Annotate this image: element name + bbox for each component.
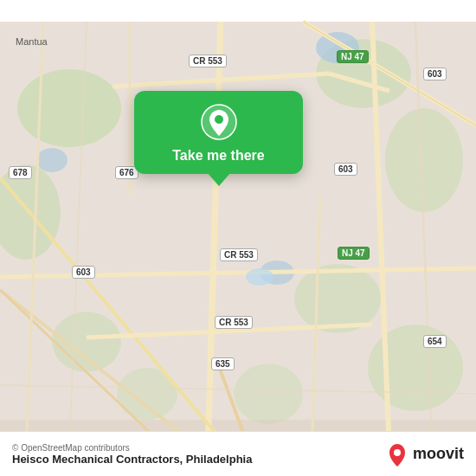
bottom-bar-info: © OpenStreetMap contributors Heisco Mech… <box>12 443 252 466</box>
road-badge-603-top-right: 603 <box>423 68 447 80</box>
road-badge-635-bot: 635 <box>211 357 235 370</box>
moovit-logo: moovit <box>385 442 464 466</box>
svg-point-32 <box>246 268 273 286</box>
svg-point-1 <box>17 69 121 147</box>
road-badge-nj47-top: NJ 47 <box>337 50 369 63</box>
svg-point-4 <box>385 108 463 212</box>
road-badge-nj47-mid: NJ 47 <box>338 247 370 260</box>
road-badge-678-left: 678 <box>9 166 32 179</box>
location-name: Heisco Mechanical Contractors, Philadelp… <box>12 453 252 466</box>
moovit-icon <box>385 442 409 466</box>
svg-point-34 <box>215 115 223 124</box>
road-badge-cr553-bot: CR 553 <box>215 316 253 329</box>
svg-point-6 <box>368 325 463 411</box>
bottom-bar: © OpenStreetMap contributors Heisco Mech… <box>0 431 476 476</box>
take-me-there-card[interactable]: Take me there <box>134 91 303 174</box>
map-container: Mantua CR 553 NJ 47 603 678 676 603 CR 5… <box>0 0 476 476</box>
road-badge-cr553-top: CR 553 <box>189 55 227 68</box>
svg-point-7 <box>52 312 121 372</box>
road-badge-cr553-mid: CR 553 <box>220 248 258 261</box>
road-badge-603-mid-right: 603 <box>334 163 357 176</box>
road-badge-654-bot-right: 654 <box>423 335 447 348</box>
copyright-text: © OpenStreetMap contributors <box>12 443 252 453</box>
svg-point-13 <box>36 148 68 172</box>
map-svg <box>0 0 476 476</box>
svg-point-9 <box>234 363 303 424</box>
place-label-mantua: Mantua <box>16 36 48 47</box>
location-pin-icon <box>200 103 238 141</box>
moovit-logo-text: moovit <box>413 445 464 463</box>
take-me-there-label: Take me there <box>172 148 264 164</box>
road-badge-603-mid-left: 603 <box>72 266 95 279</box>
svg-point-35 <box>394 449 401 456</box>
